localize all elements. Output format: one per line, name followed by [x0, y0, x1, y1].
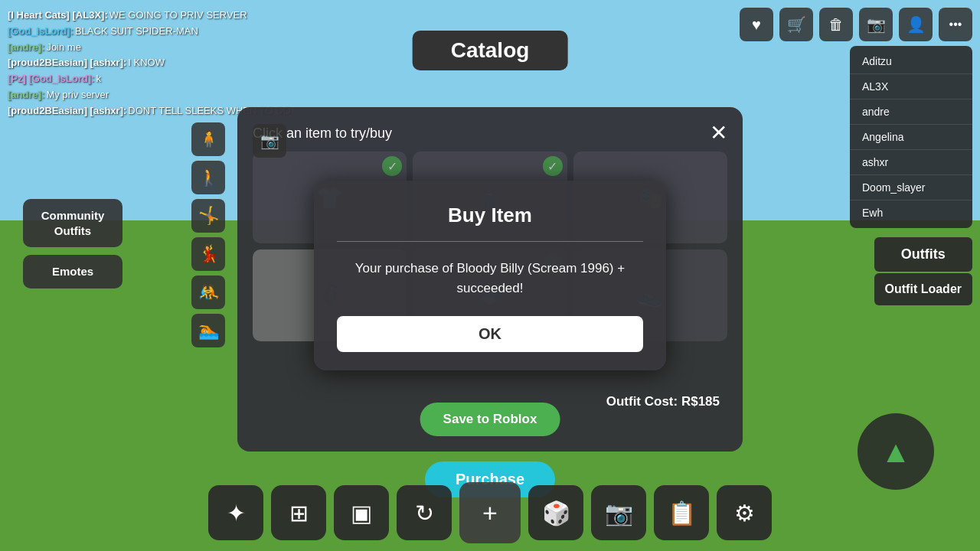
buy-dialog-ok-button[interactable]: OK — [337, 316, 643, 352]
buy-dialog-overlay: Buy Item Your purchase of Bloody Billy (… — [0, 0, 980, 551]
buy-dialog-message: Your purchase of Bloody Billy (Scream 19… — [337, 259, 643, 298]
buy-dialog-title: Buy Item — [337, 204, 643, 227]
buy-item-dialog: Buy Item Your purchase of Bloody Billy (… — [314, 181, 666, 370]
buy-dialog-divider — [337, 241, 643, 242]
